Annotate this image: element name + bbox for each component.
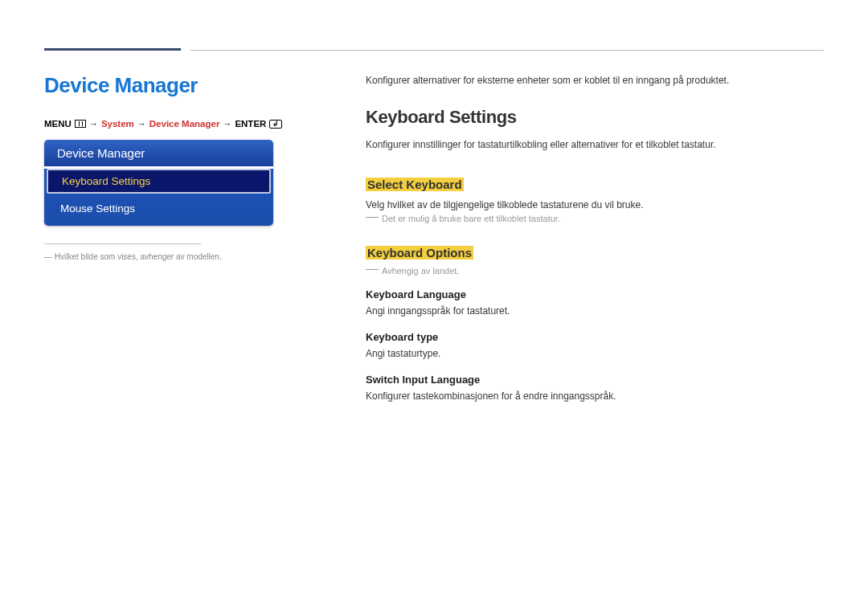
osd-item-keyboard-settings[interactable]: Keyboard Settings — [47, 169, 271, 194]
short-line — [44, 48, 181, 51]
enter-icon — [269, 120, 282, 129]
keyboard-options-note: Avhengig av landet. — [366, 266, 824, 276]
osd-header: Device Manager — [44, 140, 273, 166]
osd-body: Keyboard Settings Mouse Settings — [44, 169, 273, 226]
item-keyboard-type: Keyboard type — [366, 331, 824, 343]
dash-icon — [366, 269, 379, 270]
intro-text: Konfigurer alternativer for eksterne enh… — [366, 73, 824, 88]
item-switch-input-language-desc: Konfigurer tastekombinasjonen for å endr… — [366, 389, 824, 403]
subheading-keyboard-options: Keyboard Options — [366, 246, 473, 260]
section-desc: Konfigurer innstillinger for tastaturtil… — [366, 137, 824, 152]
arrow-icon: → — [137, 119, 146, 129]
menu-icon — [75, 120, 86, 128]
section-keyboard-settings: Keyboard Settings — [366, 107, 824, 128]
item-keyboard-type-desc: Angi tastaturtype. — [366, 346, 824, 361]
small-divider — [44, 243, 201, 244]
crumb-system: System — [101, 119, 134, 129]
footnote-text: Hvilket bilde som vises, avhenger av mod… — [55, 252, 222, 261]
footnote: ― Hvilket bilde som vises, avhenger av m… — [44, 252, 322, 261]
top-divider — [44, 48, 824, 51]
osd-item-mouse-settings[interactable]: Mouse Settings — [44, 196, 273, 221]
crumb-device-manager: Device Manager — [149, 119, 220, 129]
item-keyboard-language: Keyboard Language — [366, 288, 824, 300]
long-line — [190, 50, 824, 51]
footnote-dash: ― — [44, 252, 52, 261]
note-text: Avhengig av landet. — [382, 266, 459, 276]
item-switch-input-language: Switch Input Language — [366, 374, 824, 386]
select-keyboard-note: Det er mulig å bruke bare ett tilkoblet … — [366, 214, 824, 223]
osd-panel: Device Manager Keyboard Settings Mouse S… — [44, 140, 273, 226]
select-keyboard-desc: Velg hvilket av de tilgjengelige tilkobl… — [366, 198, 824, 212]
subheading-select-keyboard: Select Keyboard — [366, 178, 464, 191]
dash-icon — [366, 217, 379, 218]
arrow-icon: → — [89, 119, 98, 129]
crumb-menu: MENU — [44, 119, 72, 129]
crumb-enter: ENTER — [235, 119, 266, 129]
breadcrumb: MENU → System → Device Manager → ENTER — [44, 119, 322, 129]
page-title: Device Manager — [44, 73, 322, 98]
arrow-icon: → — [223, 119, 231, 129]
note-text: Det er mulig å bruke bare ett tilkoblet … — [382, 214, 560, 223]
item-keyboard-language-desc: Angi inngangsspråk for tastaturet. — [366, 304, 824, 318]
